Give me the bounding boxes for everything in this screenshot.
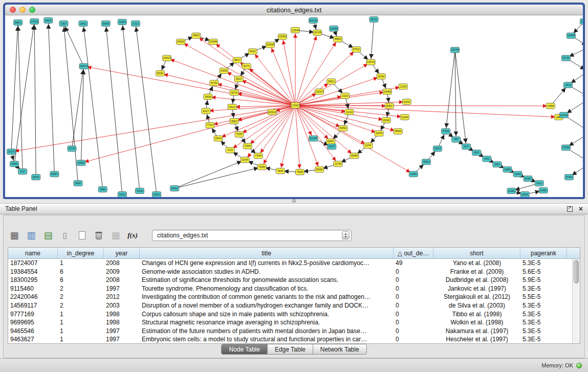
network-node[interactable]: 89957 [385, 103, 394, 109]
table-row[interactable]: 911546021997Tourette syndrome. Phenomeno… [8, 285, 572, 293]
network-node[interactable]: 206310 [79, 63, 88, 69]
network-node[interactable]: 85498 [350, 153, 359, 159]
minimize-button[interactable] [19, 7, 26, 13]
network-node[interactable]: 98801 [14, 19, 23, 25]
network-node[interactable]: 9464 [493, 162, 502, 167]
network-node[interactable]: 16043 [513, 171, 522, 177]
table-row[interactable]: 969969511998Structural magnetic resonanc… [8, 318, 572, 327]
network-node[interactable]: 88969 [394, 128, 402, 134]
table-options-icon[interactable]: ▦ [8, 229, 21, 242]
network-node[interactable]: 59057 [50, 171, 59, 177]
network-node[interactable]: 56113 [118, 192, 126, 197]
column-header-name[interactable]: name [8, 248, 58, 259]
network-node[interactable]: 92450 [524, 176, 532, 182]
network-node[interactable]: 28925 [77, 160, 85, 166]
network-canvas[interactable]: 1724071125481221398508387510106742321601… [5, 15, 583, 197]
network-node[interactable]: 11827 [59, 20, 68, 26]
network-node[interactable]: 35903 [422, 159, 430, 165]
network-node[interactable]: 91549 [400, 114, 409, 120]
network-node[interactable]: 172407 [291, 103, 299, 108]
network-node[interactable]: 77313 [206, 122, 214, 128]
network-node[interactable]: 10954 [503, 167, 512, 172]
network-node[interactable]: 67919 [442, 128, 450, 134]
network-node[interactable]: 24509 [204, 94, 212, 100]
network-node[interactable]: 28117 [234, 76, 243, 82]
network-node[interactable]: 99920 [192, 33, 201, 38]
table-row[interactable]: 977716911998Corpus callosum shape and si… [8, 310, 572, 319]
network-window-titlebar[interactable]: citations_edges.txt [5, 5, 583, 15]
network-node[interactable]: 26080 [10, 161, 19, 167]
network-node[interactable]: 166459 [330, 26, 338, 31]
network-node[interactable]: 85497 [326, 139, 335, 144]
network-node[interactable]: 9988 [98, 187, 107, 192]
splitter-grip-icon[interactable] [292, 199, 296, 203]
network-node[interactable]: 12106 [399, 84, 407, 90]
network-node[interactable]: 15958 [546, 103, 555, 109]
network-node[interactable]: 183022 [268, 109, 276, 115]
column-header-out_de[interactable]: △ out_de… [394, 248, 433, 259]
table-row[interactable]: 1456911722003Disruption of a novel membe… [8, 301, 572, 310]
column-header-pagerank[interactable]: pagerank [520, 248, 567, 259]
network-node[interactable]: 226084 [209, 39, 217, 45]
column-header-short[interactable]: short [433, 248, 520, 259]
network-node[interactable]: 3416 [483, 156, 491, 162]
network-node[interactable]: 176223 [30, 18, 39, 24]
network-node[interactable]: 92734 [561, 55, 570, 61]
network-node[interactable]: 22040 [375, 130, 383, 136]
network-node[interactable]: 20811 [79, 20, 88, 26]
network-node[interactable]: 9723 [226, 147, 234, 153]
network-node[interactable]: 97450 [564, 174, 573, 180]
network-node[interactable]: 21814 [580, 18, 583, 24]
network-node[interactable]: 84009 [220, 68, 228, 74]
network-node[interactable]: 50492 [339, 125, 347, 131]
zoom-button[interactable] [29, 7, 35, 13]
network-node[interactable]: 10747 [364, 143, 373, 148]
column-header-title[interactable]: title [140, 248, 394, 259]
tab-node-table[interactable]: Node Table [221, 344, 268, 355]
import-table-icon[interactable]: ▦ [109, 229, 122, 242]
network-node[interactable]: 13210 [345, 109, 354, 115]
network-node[interactable]: 9170 [462, 144, 471, 149]
network-node[interactable]: 85083 [334, 36, 342, 42]
table-select-dropdown[interactable]: citations_edges.txt▲▼ [152, 230, 352, 241]
network-node[interactable]: 17113 [131, 20, 140, 26]
network-node[interactable]: 132017 [315, 89, 324, 95]
select-rows-icon[interactable]: ▤ [41, 229, 55, 242]
network-node[interactable]: 93374 [433, 146, 442, 151]
network-node[interactable]: 106742 [366, 59, 375, 65]
show-columns-icon[interactable]: ▥ [25, 229, 38, 242]
network-node[interactable]: 76193 [135, 188, 144, 194]
network-node[interactable]: 12748 [334, 161, 342, 167]
network-node[interactable]: 59015 [32, 174, 40, 180]
network-node[interactable]: 816104 [309, 17, 318, 23]
network-node[interactable]: 86629 [177, 39, 185, 45]
function-icon[interactable]: f(x) [126, 229, 139, 242]
network-node[interactable]: 166784 [451, 47, 460, 53]
scrollbar-thumb[interactable] [574, 260, 579, 283]
network-node[interactable]: 91642 [402, 99, 411, 105]
table-row[interactable]: 2242004622012Investigating the contribut… [8, 293, 572, 301]
network-node[interactable]: 64021 [248, 49, 257, 54]
network-node[interactable]: 85493 [382, 117, 390, 123]
network-node[interactable]: 70287 [235, 132, 244, 137]
network-node[interactable]: 121518 [559, 112, 568, 118]
network-node[interactable]: 76354 [257, 164, 266, 170]
network-node[interactable]: 28143 [214, 136, 223, 141]
network-node[interactable]: 8122 [535, 181, 543, 186]
network-node[interactable]: 24506 [520, 192, 529, 197]
network-node[interactable]: 10382 [507, 188, 516, 194]
network-node[interactable]: 15736 [68, 146, 76, 151]
network-node[interactable]: 71044 [254, 153, 263, 159]
table-row[interactable]: 1830029562008Estimation of significance … [8, 276, 572, 285]
network-node[interactable]: 115408 [567, 33, 575, 38]
network-node[interactable]: 26121 [228, 104, 236, 110]
network-node[interactable]: 35657 [230, 118, 238, 124]
column-header-in_degree[interactable]: in_degree [58, 248, 104, 259]
network-node[interactable]: 9137 [18, 169, 27, 174]
network-node[interactable]: 99066 [101, 20, 110, 26]
network-node[interactable]: 16046 [409, 171, 418, 177]
network-node[interactable]: 72544 [243, 143, 252, 149]
table-row[interactable]: 1872400712008Changes of HCN gene express… [8, 259, 572, 268]
tab-edge-table[interactable]: Edge Table [267, 344, 313, 355]
row-height-icon[interactable]: ▯ [58, 229, 72, 242]
